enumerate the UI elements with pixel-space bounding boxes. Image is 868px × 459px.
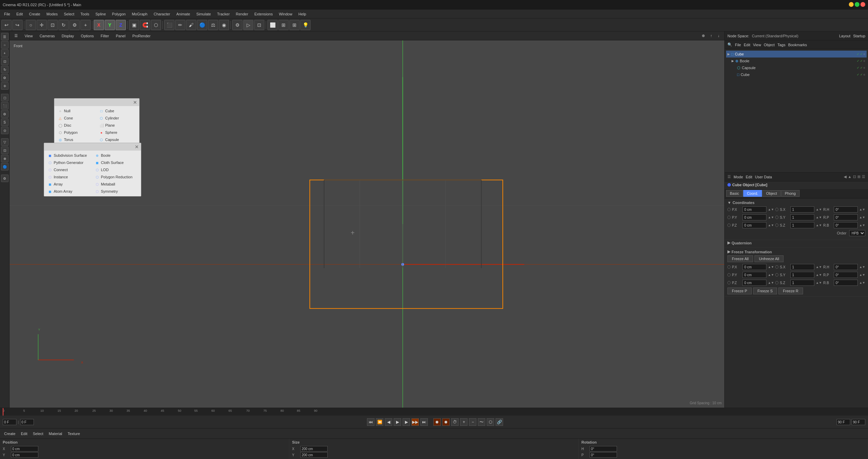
play-forward-btn[interactable]: ▶▶ xyxy=(411,418,419,426)
frozen-sx-input[interactable] xyxy=(790,264,814,270)
prev-key-btn[interactable]: ◀ xyxy=(385,418,392,426)
xyz-x-button[interactable]: X xyxy=(94,20,104,30)
frozen-rh-input[interactable] xyxy=(834,264,858,270)
dd-cloth-surf[interactable]: ◼Cloth Surface xyxy=(93,159,140,166)
menu-polygon[interactable]: Polygon xyxy=(109,11,129,17)
frozen-rh-inc[interactable]: ▲▼ xyxy=(859,265,865,269)
weight-btn[interactable]: ⚖ xyxy=(208,20,218,30)
left-tool-4[interactable]: ⊡ xyxy=(1,58,9,65)
undo-button[interactable]: ↩ xyxy=(1,20,12,30)
tree-item-boole[interactable]: ▶ ⊕ Boole ✓ ✓ ○ xyxy=(726,58,867,64)
tab-basic[interactable]: Basic xyxy=(726,190,743,197)
frozen-py-inc[interactable]: ▲▼ xyxy=(768,273,774,277)
coord-py-inc[interactable]: ▲▼ xyxy=(768,216,774,219)
viewport-panel-btn[interactable]: Panel xyxy=(114,33,128,39)
curve-btn[interactable]: 〜 xyxy=(478,418,485,426)
move-button[interactable]: ✛ xyxy=(37,20,47,30)
left-tool-10[interactable]: ⚙ xyxy=(1,110,9,118)
props-icon2[interactable]: ⊞ xyxy=(857,175,860,179)
plus-timeline-btn[interactable]: + xyxy=(460,418,468,426)
left-tool-8[interactable]: ◻ xyxy=(1,94,9,101)
dd-cone[interactable]: △Cone xyxy=(56,115,97,122)
dope-btn[interactable]: ⬡ xyxy=(487,418,494,426)
sculpt-btn[interactable]: 🔵 xyxy=(197,20,207,30)
point-btn[interactable]: ◉ xyxy=(219,20,229,30)
menu-tracker[interactable]: Tracker xyxy=(214,11,233,17)
left-tool-1[interactable]: ☰ xyxy=(1,33,9,40)
pos-y-input[interactable] xyxy=(11,452,38,458)
menu-render[interactable]: Render xyxy=(233,11,251,17)
coord-sx-input[interactable] xyxy=(790,206,814,213)
coord-rh-inc[interactable]: ▲▼ xyxy=(859,208,865,211)
menu-simulate[interactable]: Simulate xyxy=(194,11,214,17)
menu-extensions[interactable]: Extensions xyxy=(252,11,276,17)
st-create[interactable]: Create xyxy=(3,431,17,436)
split-btn[interactable]: ⊞ xyxy=(278,20,289,30)
dd-python-gen[interactable]: ⬡Python Generator xyxy=(45,159,92,166)
coordinates-title[interactable]: ▼ Coordinates xyxy=(727,201,865,205)
goto-end-btn[interactable]: ⏭ xyxy=(420,418,428,426)
menu-select[interactable]: Select xyxy=(61,11,77,17)
coord-rb-inc[interactable]: ▲▼ xyxy=(859,224,865,227)
plus-button[interactable]: + xyxy=(80,20,91,30)
minus-timeline-btn[interactable]: − xyxy=(469,418,476,426)
menu-modes[interactable]: Modes xyxy=(44,11,61,17)
ipb-btn[interactable]: ⊡ xyxy=(254,20,264,30)
light-btn[interactable]: 💡 xyxy=(300,20,311,30)
pos-x-input[interactable] xyxy=(11,446,38,451)
dd-subdiv[interactable]: ◼Subdivision Surface xyxy=(45,152,92,159)
st-material[interactable]: Material xyxy=(48,431,64,436)
frozen-px-input[interactable] xyxy=(742,264,766,270)
render-btn[interactable]: ▷ xyxy=(243,20,253,30)
dropdown-generators-close[interactable]: ✕ xyxy=(135,144,139,150)
frozen-sy-inc[interactable]: ▲▼ xyxy=(816,273,822,277)
rot-h-input[interactable] xyxy=(590,446,617,451)
props-nav-up[interactable]: ▲ xyxy=(848,175,852,179)
dd-array[interactable]: ◼Array xyxy=(45,181,92,188)
dd-lod[interactable]: ⬡LOD xyxy=(93,166,140,173)
props-icon3[interactable]: ☰ xyxy=(862,175,865,179)
tab-phong[interactable]: Phong xyxy=(781,190,800,197)
dd-boole[interactable]: ⊕Boole xyxy=(93,152,140,159)
left-tool-6[interactable]: ⚙ xyxy=(1,74,9,81)
viewport-prorender-btn[interactable]: ProRender xyxy=(130,33,153,39)
st-texture[interactable]: Texture xyxy=(66,431,81,436)
coord-pz-inc[interactable]: ▲▼ xyxy=(768,224,774,227)
minimize-button[interactable] xyxy=(849,2,854,7)
frozen-rb-inc[interactable]: ▲▼ xyxy=(859,281,865,284)
obj-mgr-edit[interactable]: Edit xyxy=(744,43,750,47)
left-tool-3[interactable]: + xyxy=(1,49,9,57)
menu-file[interactable]: File xyxy=(1,11,13,17)
redo-button[interactable]: ↪ xyxy=(12,20,23,30)
dd-sphere[interactable]: ●Sphere xyxy=(97,129,138,136)
viewport-icon2[interactable]: ↑ xyxy=(708,33,714,39)
prev-frame-btn[interactable]: ⏪ xyxy=(376,418,383,426)
dd-polygon[interactable]: ⬡Polygon xyxy=(56,129,97,136)
dropdown-generators-header[interactable]: ✕ xyxy=(44,143,141,151)
tree-item-cube-root[interactable]: ▶ □ Cube ✓ ✓ ○ xyxy=(726,51,867,58)
menu-create[interactable]: Create xyxy=(26,11,43,17)
frozen-pz-input[interactable] xyxy=(742,280,766,286)
unfreeze-all-btn[interactable]: Unfreeze All xyxy=(754,255,784,262)
xyz-y-button[interactable]: Y xyxy=(105,20,115,30)
coord-rp-input[interactable] xyxy=(834,214,858,220)
dd-atomarray[interactable]: ◼Atom Array xyxy=(45,188,92,195)
freeze-s-btn[interactable]: Freeze S xyxy=(753,288,777,294)
coord-sy-input[interactable] xyxy=(790,214,814,220)
obj-mgr-view[interactable]: View xyxy=(753,43,761,47)
frozen-pz-inc[interactable]: ▲▼ xyxy=(768,281,774,284)
coord-rb-input[interactable] xyxy=(834,222,858,228)
current-frame-input[interactable] xyxy=(3,419,16,425)
dd-cube[interactable]: □Cube xyxy=(97,107,138,114)
paint-btn[interactable]: 🖌 xyxy=(186,20,196,30)
timeline-playhead[interactable] xyxy=(3,408,3,416)
menu-character[interactable]: Character xyxy=(151,11,173,17)
floor-btn[interactable]: ⬜ xyxy=(267,20,278,30)
obj-button[interactable]: ○ xyxy=(26,20,36,30)
maximize-button[interactable] xyxy=(855,2,859,7)
rot-p-input[interactable] xyxy=(590,452,617,458)
quaternion-title[interactable]: ▶ Quaternion xyxy=(727,241,865,245)
play-btn[interactable]: ▶ xyxy=(394,418,401,426)
st-edit[interactable]: Edit xyxy=(19,431,29,436)
viewport-cameras-btn[interactable]: Cameras xyxy=(38,33,57,39)
